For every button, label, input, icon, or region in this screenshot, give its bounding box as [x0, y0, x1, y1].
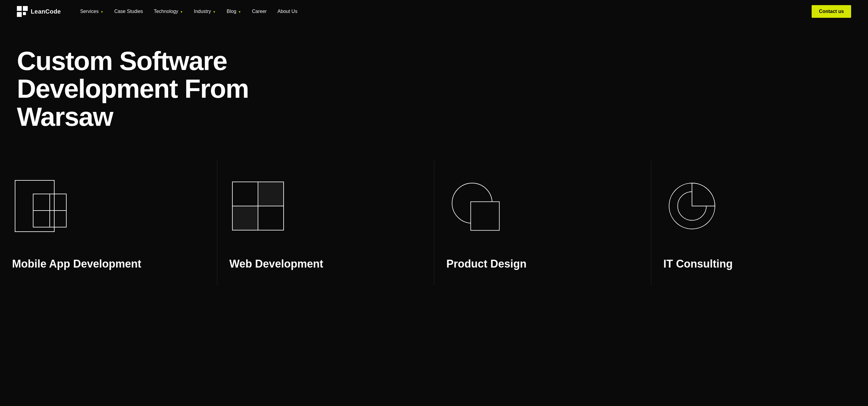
- it-consulting-icon: [663, 177, 721, 235]
- nav-label-industry: Industry: [194, 9, 211, 14]
- nav-item-industry[interactable]: Industry ▼: [189, 6, 221, 17]
- svg-rect-0: [17, 6, 22, 11]
- contact-button[interactable]: Contact us: [812, 5, 851, 18]
- nav-item-about-us[interactable]: About Us: [273, 6, 302, 17]
- service-title-product-design: Product Design: [446, 257, 639, 270]
- nav-links: Services ▼ Case Studies Technology ▼ Ind…: [75, 6, 302, 17]
- service-card-it-consulting[interactable]: IT Consulting: [651, 161, 868, 285]
- industry-dropdown-icon: ▼: [213, 10, 216, 13]
- technology-dropdown-icon: ▼: [180, 10, 183, 13]
- nav-label-about-us: About Us: [278, 9, 298, 14]
- navbar-left: LeanCode Services ▼ Case Studies Technol…: [17, 6, 302, 17]
- blog-dropdown-icon: ▼: [238, 10, 241, 13]
- it-consulting-icon-area: [663, 173, 856, 239]
- svg-rect-2: [17, 12, 22, 17]
- hero-section: Custom Software Development From Warsaw: [0, 23, 868, 149]
- service-card-product-design[interactable]: Product Design: [434, 161, 651, 285]
- product-design-icon: [446, 177, 504, 235]
- mobile-app-icon: [12, 177, 72, 235]
- svg-rect-11: [232, 206, 258, 230]
- svg-rect-5: [33, 194, 50, 210]
- svg-rect-8: [50, 210, 66, 227]
- svg-rect-1: [23, 6, 28, 11]
- nav-item-blog[interactable]: Blog ▼: [222, 6, 246, 17]
- svg-rect-3: [23, 12, 26, 15]
- nav-item-technology[interactable]: Technology ▼: [149, 6, 188, 17]
- nav-label-services: Services: [80, 9, 98, 14]
- service-card-mobile-app[interactable]: Mobile App Development: [0, 161, 217, 285]
- service-card-web-dev[interactable]: Web Development: [217, 161, 434, 285]
- product-design-icon-area: [446, 173, 639, 239]
- web-dev-icon-area: [229, 173, 422, 239]
- services-grid: Mobile App Development Web Development: [0, 161, 868, 285]
- service-title-mobile-app: Mobile App Development: [12, 257, 205, 270]
- web-dev-icon: [229, 179, 287, 233]
- nav-label-blog: Blog: [227, 9, 236, 14]
- mobile-app-icon-area: [12, 173, 205, 239]
- navbar: LeanCode Services ▼ Case Studies Technol…: [0, 0, 868, 23]
- hero-title: Custom Software Development From Warsaw: [17, 47, 288, 130]
- svg-rect-7: [33, 210, 50, 227]
- nav-item-services[interactable]: Services ▼: [75, 6, 108, 17]
- nav-label-career: Career: [252, 9, 267, 14]
- svg-rect-4: [15, 180, 54, 232]
- logo-text: LeanCode: [31, 8, 61, 15]
- nav-item-case-studies[interactable]: Case Studies: [110, 6, 148, 17]
- svg-rect-15: [471, 202, 499, 230]
- nav-label-technology: Technology: [154, 9, 178, 14]
- logo-icon: [17, 6, 28, 17]
- svg-rect-10: [258, 182, 284, 206]
- svg-rect-6: [50, 194, 66, 210]
- service-title-it-consulting: IT Consulting: [663, 257, 856, 270]
- nav-item-career[interactable]: Career: [247, 6, 272, 17]
- service-title-web-dev: Web Development: [229, 257, 422, 270]
- logo[interactable]: LeanCode: [17, 6, 61, 17]
- services-dropdown-icon: ▼: [100, 10, 103, 13]
- nav-label-case-studies: Case Studies: [114, 9, 143, 14]
